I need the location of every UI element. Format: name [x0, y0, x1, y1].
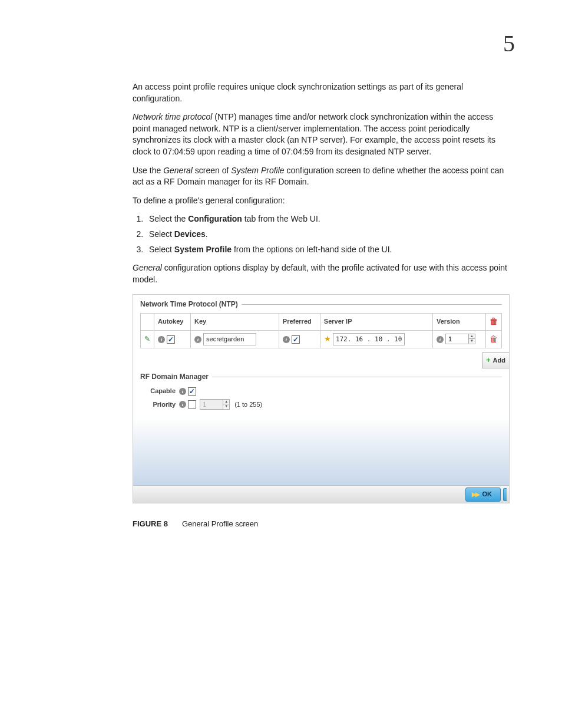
capable-checkbox[interactable]	[188, 387, 196, 396]
autokey-header: Autokey	[154, 314, 191, 331]
capable-label: Capable	[140, 387, 176, 396]
footer-bar: ▶▶ OK	[133, 485, 509, 503]
add-row-button[interactable]: Add	[482, 353, 509, 368]
version-header: Version	[433, 314, 486, 331]
priority-input	[200, 399, 223, 410]
ntp-term: Network time protocol	[133, 112, 212, 121]
paragraph-1: An access point profile requires unique …	[133, 81, 510, 104]
info-icon[interactable]: i	[158, 336, 165, 343]
trash-icon: 🗑	[490, 334, 498, 345]
serverip-input[interactable]: 172. 16 . 10 . 10	[333, 333, 405, 345]
page-content: An access point profile requires unique …	[133, 81, 510, 530]
figure-label: Figure 8	[133, 519, 168, 528]
spinner-up-icon[interactable]: ▲	[223, 400, 229, 404]
step-1: Select the Configuration tab from the We…	[146, 213, 510, 225]
priority-range-label: (1 to 255)	[234, 400, 262, 409]
paragraph-4: To define a profile's general configurat…	[133, 195, 510, 207]
key-cell: i secretgarden	[191, 330, 279, 348]
version-input[interactable]	[445, 334, 469, 344]
edit-row-button[interactable]: ✎	[141, 330, 154, 348]
priority-row: Priority i ▲▼ (1 to 255)	[140, 399, 502, 410]
preferred-checkbox[interactable]	[292, 335, 300, 344]
preferred-header: Preferred	[279, 314, 320, 331]
figure-caption: Figure 8General Profile screen	[133, 519, 510, 529]
ntp-section-title: Network Time Protocol (NTP)	[140, 299, 502, 311]
trash-icon: 🗑	[490, 316, 498, 328]
rfd-section-title: RF Domain Manager	[140, 372, 502, 383]
ntp-section: Network Time Protocol (NTP) Autokey Key …	[133, 295, 509, 348]
info-icon[interactable]: i	[179, 388, 186, 395]
capable-row: Capable i	[140, 387, 502, 396]
fast-forward-icon: ▶▶	[472, 490, 479, 499]
pencil-icon: ✎	[144, 335, 150, 343]
step-2: Select Devices.	[146, 229, 510, 241]
table-header-row: Autokey Key Preferred Server IP Version …	[141, 314, 502, 331]
spinner-down-icon[interactable]: ▼	[223, 404, 229, 409]
key-header: Key	[191, 314, 279, 331]
key-input[interactable]: secretgarden	[203, 333, 256, 345]
required-icon: ★	[324, 334, 331, 343]
paragraph-2: Network time protocol (NTP) manages time…	[133, 111, 510, 157]
autokey-checkbox[interactable]	[167, 335, 175, 344]
spinner-up-icon[interactable]: ▲	[469, 334, 475, 339]
ok-button[interactable]: ▶▶ OK	[465, 487, 501, 501]
edit-column-header	[141, 314, 154, 331]
priority-spinner[interactable]: ▲▼	[200, 399, 230, 410]
rf-domain-section: RF Domain Manager Capable i Priority i ▲…	[133, 365, 509, 410]
serverip-header: Server IP	[320, 314, 432, 331]
priority-enable-checkbox[interactable]	[188, 400, 196, 409]
info-icon[interactable]: i	[179, 401, 186, 408]
paragraph-5: General configuration options display by…	[133, 262, 510, 285]
delete-all-header[interactable]: 🗑	[486, 314, 502, 331]
figure-text: General Profile screen	[182, 519, 258, 528]
info-icon[interactable]: i	[437, 336, 444, 343]
version-spinner[interactable]: ▲▼	[445, 334, 475, 344]
paragraph-3: Use the General screen of System Profile…	[133, 165, 510, 188]
steps-list: Select the Configuration tab from the We…	[146, 213, 510, 255]
chapter-number: 5	[503, 29, 515, 57]
preferred-cell: i	[279, 330, 320, 348]
ok-button-label: OK	[482, 490, 492, 499]
info-icon[interactable]: i	[283, 336, 290, 343]
ntp-table: Autokey Key Preferred Server IP Version …	[140, 313, 502, 348]
general-profile-screenshot: Network Time Protocol (NTP) Autokey Key …	[133, 294, 510, 503]
background-gradient	[133, 417, 509, 485]
step-3: Select System Profile from the options o…	[146, 244, 510, 256]
table-row: ✎ i i secretgarden i ★ 17	[141, 330, 502, 348]
autokey-cell: i	[154, 330, 191, 348]
serverip-cell: ★ 172. 16 . 10 . 10	[320, 330, 432, 348]
delete-row-button[interactable]: 🗑	[486, 330, 502, 348]
spinner-down-icon[interactable]: ▼	[469, 339, 475, 343]
info-icon[interactable]: i	[194, 336, 201, 343]
truncated-button[interactable]	[503, 488, 507, 501]
version-cell: i ▲▼	[433, 330, 486, 348]
priority-label: Priority	[140, 400, 176, 409]
